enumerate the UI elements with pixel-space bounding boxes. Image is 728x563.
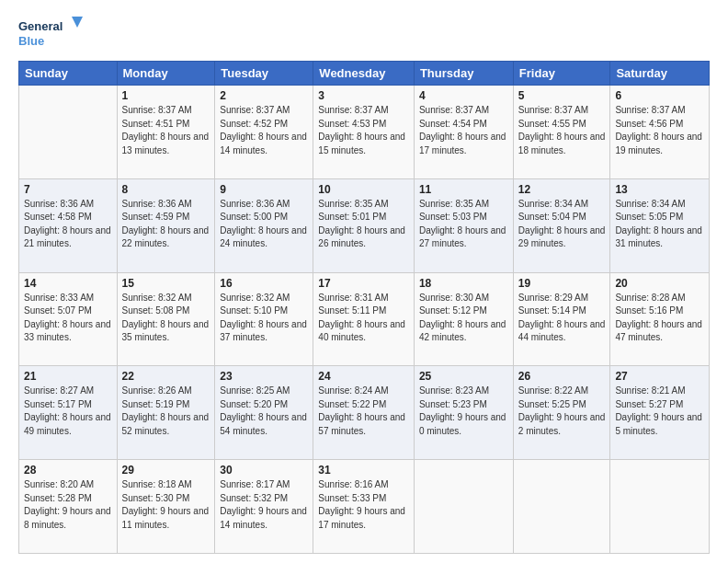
calendar-cell: 1Sunrise: 8:37 AMSunset: 4:51 PMDaylight… — [117, 86, 215, 179]
calendar-cell: 13Sunrise: 8:34 AMSunset: 5:05 PMDayligh… — [610, 178, 710, 272]
day-info: Sunrise: 8:36 AMSunset: 4:59 PMDaylight:… — [122, 198, 210, 251]
calendar-cell: 6Sunrise: 8:37 AMSunset: 4:56 PMDaylight… — [610, 86, 710, 179]
calendar-cell: 27Sunrise: 8:21 AMSunset: 5:27 PMDayligh… — [610, 366, 710, 460]
weekday-header-row: SundayMondayTuesdayWednesdayThursdayFrid… — [19, 62, 710, 86]
calendar-cell: 7Sunrise: 8:36 AMSunset: 4:58 PMDaylight… — [19, 178, 118, 272]
calendar-cell: 21Sunrise: 8:27 AMSunset: 5:17 PMDayligh… — [19, 366, 118, 460]
logo: General Blue — [18, 15, 83, 52]
day-number: 19 — [518, 277, 606, 290]
svg-marker-2 — [72, 17, 83, 28]
day-number: 5 — [518, 89, 606, 102]
calendar-cell: 9Sunrise: 8:36 AMSunset: 5:00 PMDaylight… — [215, 178, 313, 272]
day-number: 12 — [518, 183, 606, 196]
day-number: 6 — [615, 89, 704, 102]
page: General Blue SundayMondayTuesdayWednesda… — [0, 0, 728, 563]
day-number: 27 — [615, 370, 704, 383]
calendar-cell: 26Sunrise: 8:22 AMSunset: 5:25 PMDayligh… — [513, 366, 610, 460]
day-number: 29 — [122, 464, 210, 477]
calendar-cell — [513, 460, 610, 554]
day-info: Sunrise: 8:37 AMSunset: 4:54 PMDaylight:… — [419, 104, 508, 157]
day-info: Sunrise: 8:27 AMSunset: 5:17 PMDaylight:… — [24, 385, 112, 438]
day-info: Sunrise: 8:37 AMSunset: 4:51 PMDaylight:… — [122, 104, 210, 157]
day-number: 21 — [24, 370, 112, 383]
day-number: 18 — [419, 277, 508, 290]
calendar-cell: 19Sunrise: 8:29 AMSunset: 5:14 PMDayligh… — [513, 272, 610, 366]
calendar-cell: 10Sunrise: 8:35 AMSunset: 5:01 PMDayligh… — [313, 178, 415, 272]
day-number: 2 — [220, 89, 308, 102]
day-info: Sunrise: 8:32 AMSunset: 5:08 PMDaylight:… — [122, 292, 210, 345]
svg-text:General: General — [18, 19, 63, 33]
day-info: Sunrise: 8:24 AMSunset: 5:22 PMDaylight:… — [318, 385, 409, 438]
day-info: Sunrise: 8:35 AMSunset: 5:03 PMDaylight:… — [419, 198, 508, 251]
logo-svg: General Blue — [18, 15, 83, 52]
calendar-cell: 16Sunrise: 8:32 AMSunset: 5:10 PMDayligh… — [215, 272, 313, 366]
calendar-week-0: 1Sunrise: 8:37 AMSunset: 4:51 PMDaylight… — [19, 86, 710, 179]
day-number: 1 — [122, 89, 210, 102]
svg-text:Blue: Blue — [18, 34, 44, 48]
day-number: 13 — [615, 183, 704, 196]
day-number: 26 — [518, 370, 606, 383]
day-info: Sunrise: 8:16 AMSunset: 5:33 PMDaylight:… — [318, 478, 409, 532]
calendar-cell: 5Sunrise: 8:37 AMSunset: 4:55 PMDaylight… — [513, 86, 610, 179]
day-number: 31 — [318, 464, 409, 477]
calendar-cell: 30Sunrise: 8:17 AMSunset: 5:32 PMDayligh… — [215, 460, 313, 554]
header: General Blue — [18, 15, 710, 52]
weekday-friday: Friday — [513, 62, 610, 86]
day-info: Sunrise: 8:17 AMSunset: 5:32 PMDaylight:… — [220, 478, 308, 532]
day-number: 20 — [615, 277, 704, 290]
day-number: 11 — [419, 183, 508, 196]
day-info: Sunrise: 8:37 AMSunset: 4:55 PMDaylight:… — [518, 104, 606, 157]
day-number: 28 — [24, 464, 112, 477]
day-number: 3 — [318, 89, 409, 102]
day-info: Sunrise: 8:28 AMSunset: 5:16 PMDaylight:… — [615, 292, 704, 345]
calendar-cell: 11Sunrise: 8:35 AMSunset: 5:03 PMDayligh… — [414, 178, 513, 272]
day-number: 7 — [24, 183, 112, 196]
calendar-week-1: 7Sunrise: 8:36 AMSunset: 4:58 PMDaylight… — [19, 178, 710, 272]
calendar-week-3: 21Sunrise: 8:27 AMSunset: 5:17 PMDayligh… — [19, 366, 710, 460]
calendar-cell: 18Sunrise: 8:30 AMSunset: 5:12 PMDayligh… — [414, 272, 513, 366]
day-info: Sunrise: 8:23 AMSunset: 5:23 PMDaylight:… — [419, 385, 508, 438]
calendar-table: SundayMondayTuesdayWednesdayThursdayFrid… — [18, 61, 710, 554]
weekday-monday: Monday — [117, 62, 215, 86]
day-number: 24 — [318, 370, 409, 383]
weekday-thursday: Thursday — [414, 62, 513, 86]
calendar-cell: 8Sunrise: 8:36 AMSunset: 4:59 PMDaylight… — [117, 178, 215, 272]
day-number: 15 — [122, 277, 210, 290]
day-number: 8 — [122, 183, 210, 196]
calendar-week-4: 28Sunrise: 8:20 AMSunset: 5:28 PMDayligh… — [19, 460, 710, 554]
day-info: Sunrise: 8:30 AMSunset: 5:12 PMDaylight:… — [419, 292, 508, 345]
calendar-cell — [414, 460, 513, 554]
day-info: Sunrise: 8:33 AMSunset: 5:07 PMDaylight:… — [24, 292, 112, 345]
weekday-sunday: Sunday — [19, 62, 118, 86]
day-info: Sunrise: 8:21 AMSunset: 5:27 PMDaylight:… — [615, 385, 704, 438]
day-number: 10 — [318, 183, 409, 196]
calendar-cell: 20Sunrise: 8:28 AMSunset: 5:16 PMDayligh… — [610, 272, 710, 366]
calendar-body: 1Sunrise: 8:37 AMSunset: 4:51 PMDaylight… — [19, 86, 710, 554]
day-info: Sunrise: 8:22 AMSunset: 5:25 PMDaylight:… — [518, 385, 606, 438]
day-number: 16 — [220, 277, 308, 290]
day-info: Sunrise: 8:36 AMSunset: 5:00 PMDaylight:… — [220, 198, 308, 251]
day-info: Sunrise: 8:32 AMSunset: 5:10 PMDaylight:… — [220, 292, 308, 345]
day-info: Sunrise: 8:29 AMSunset: 5:14 PMDaylight:… — [518, 292, 606, 345]
calendar-week-2: 14Sunrise: 8:33 AMSunset: 5:07 PMDayligh… — [19, 272, 710, 366]
day-info: Sunrise: 8:34 AMSunset: 5:05 PMDaylight:… — [615, 198, 704, 251]
calendar-cell: 4Sunrise: 8:37 AMSunset: 4:54 PMDaylight… — [414, 86, 513, 179]
day-info: Sunrise: 8:37 AMSunset: 4:56 PMDaylight:… — [615, 104, 704, 157]
calendar-cell: 14Sunrise: 8:33 AMSunset: 5:07 PMDayligh… — [19, 272, 118, 366]
calendar-cell: 24Sunrise: 8:24 AMSunset: 5:22 PMDayligh… — [313, 366, 415, 460]
day-info: Sunrise: 8:36 AMSunset: 4:58 PMDaylight:… — [24, 198, 112, 251]
calendar-cell: 3Sunrise: 8:37 AMSunset: 4:53 PMDaylight… — [313, 86, 415, 179]
day-info: Sunrise: 8:26 AMSunset: 5:19 PMDaylight:… — [122, 385, 210, 438]
day-info: Sunrise: 8:34 AMSunset: 5:04 PMDaylight:… — [518, 198, 606, 251]
day-number: 30 — [220, 464, 308, 477]
calendar-cell: 23Sunrise: 8:25 AMSunset: 5:20 PMDayligh… — [215, 366, 313, 460]
day-number: 14 — [24, 277, 112, 290]
calendar-cell — [610, 460, 710, 554]
calendar-cell: 31Sunrise: 8:16 AMSunset: 5:33 PMDayligh… — [313, 460, 415, 554]
day-info: Sunrise: 8:35 AMSunset: 5:01 PMDaylight:… — [318, 198, 409, 251]
day-number: 23 — [220, 370, 308, 383]
calendar-cell: 15Sunrise: 8:32 AMSunset: 5:08 PMDayligh… — [117, 272, 215, 366]
calendar-cell: 12Sunrise: 8:34 AMSunset: 5:04 PMDayligh… — [513, 178, 610, 272]
day-number: 22 — [122, 370, 210, 383]
weekday-wednesday: Wednesday — [313, 62, 415, 86]
